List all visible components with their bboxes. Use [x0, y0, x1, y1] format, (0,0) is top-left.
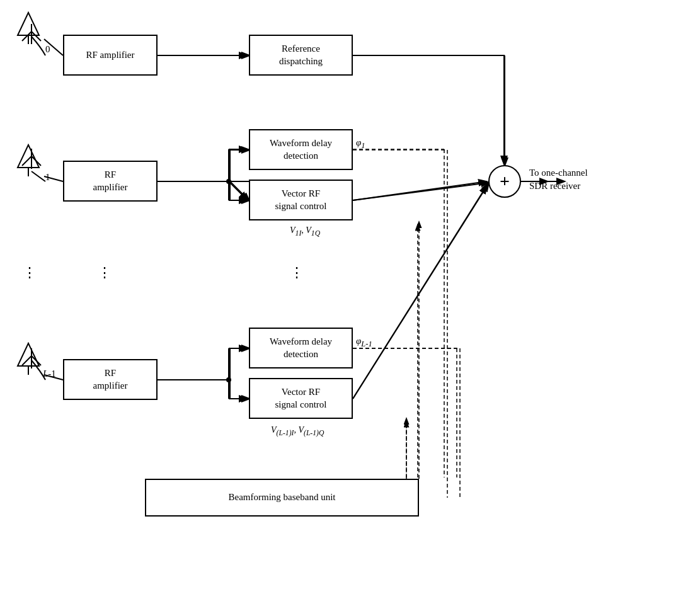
svg-line-51 [229, 181, 248, 200]
phiL-label: φL-1 [356, 336, 372, 349]
svg-marker-43 [18, 343, 39, 366]
dots-blocks: ⋮ [290, 265, 304, 281]
reference-dispatching: Referencedispatching [249, 35, 353, 76]
svg-line-62 [353, 185, 487, 399]
label-ant1: 1 [45, 172, 50, 183]
vector-rf-L: Vector RFsignal control [249, 378, 353, 419]
svg-marker-41 [18, 145, 39, 168]
output-label: To one-channelSDR receiver [529, 166, 588, 193]
rf-amplifier-0: RF amplifier [63, 35, 158, 76]
waveform-delay-1: Waveform delaydetection [249, 129, 353, 170]
dots-amp: ⋮ [98, 265, 112, 281]
svg-line-18 [230, 181, 249, 200]
waveform-delay-L: Waveform delaydetection [249, 328, 353, 368]
diagram-container: RF amplifier Referencedispatching RFampl… [0, 0, 700, 594]
svg-line-29 [353, 184, 488, 399]
svg-line-61 [353, 181, 487, 200]
vector-rf-1: Vector RFsignal control [249, 180, 353, 220]
svg-point-71 [226, 377, 231, 382]
phi1-label: φ1 [356, 137, 365, 151]
dots-ant: ⋮ [23, 265, 37, 281]
antenna-1 [11, 144, 46, 178]
svg-line-28 [353, 183, 488, 200]
label-antL: L-1 [43, 368, 56, 379]
rf-amplifier-1: RFamplifier [63, 161, 158, 202]
v1-label: V1I, V1Q [290, 226, 320, 237]
vL-label: V(L-1)I, V(L-1)Q [271, 425, 324, 437]
svg-marker-39 [18, 13, 39, 35]
baseband-unit: Beamforming baseband unit [145, 479, 419, 517]
svg-point-70 [226, 179, 231, 184]
antenna-0 [11, 11, 46, 46]
antenna-L [11, 342, 46, 377]
rf-amplifier-L: RFamplifier [63, 359, 158, 400]
label-ant0: 0 [45, 44, 50, 55]
sum-plus-symbol: + [500, 173, 510, 190]
sum-junction: + [488, 165, 521, 198]
